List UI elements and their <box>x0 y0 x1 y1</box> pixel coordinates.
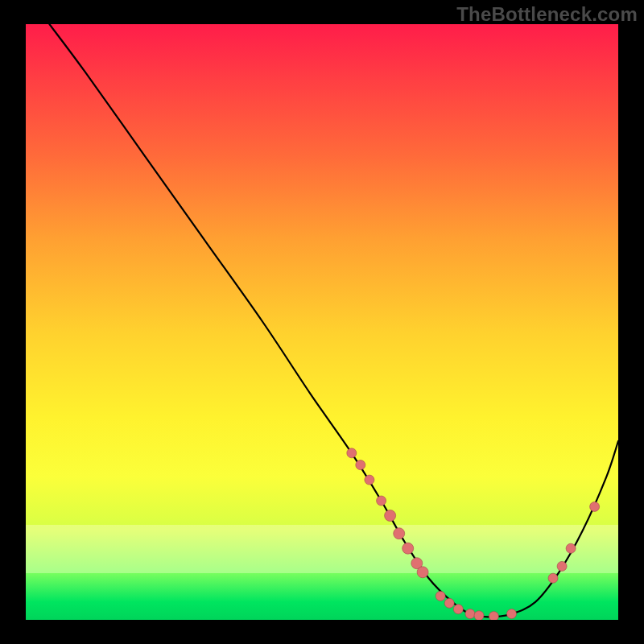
curve-marker <box>548 573 558 583</box>
curve-marker <box>417 567 428 578</box>
curve-marker <box>365 475 374 485</box>
plot-area <box>26 24 618 620</box>
curve-marker <box>489 612 498 620</box>
curve-marker <box>566 543 576 553</box>
chart-frame: TheBottleneck.com <box>0 0 644 644</box>
curve-marker <box>557 561 567 571</box>
curve-marker <box>507 609 517 619</box>
curve-marker <box>474 611 484 620</box>
curve-marker <box>347 448 357 458</box>
curve-marker <box>590 502 600 511</box>
curve-marker <box>465 609 475 619</box>
curve-layer <box>26 24 618 620</box>
curve-marker <box>436 591 445 601</box>
curve-marker <box>444 598 454 608</box>
curve-marker <box>385 510 396 522</box>
curve-marker <box>356 460 365 470</box>
marker-group <box>347 448 600 620</box>
watermark-text: TheBottleneck.com <box>456 3 638 26</box>
curve-marker <box>377 496 386 506</box>
curve-marker <box>453 605 463 614</box>
bottleneck-curve <box>49 24 618 617</box>
curve-marker <box>394 528 405 539</box>
curve-marker <box>402 543 414 554</box>
